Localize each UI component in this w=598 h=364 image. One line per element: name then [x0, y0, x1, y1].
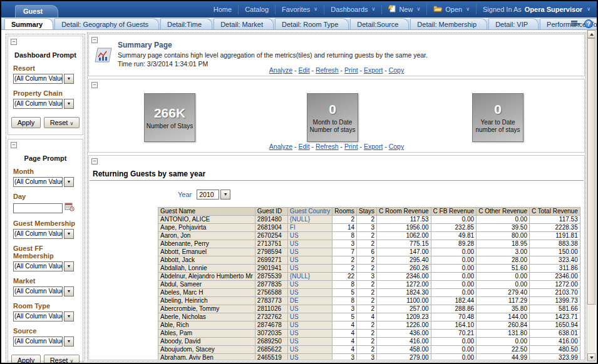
- cell-c-fb-revenue: 49.81: [431, 232, 477, 240]
- dashboard-tab-guest[interactable]: Guest: [15, 5, 58, 18]
- cell-c-other-revenue: 0.00: [477, 273, 530, 281]
- link-copy[interactable]: Copy: [389, 143, 405, 150]
- collapse-icon[interactable]: −: [11, 39, 17, 45]
- tab-summary[interactable]: Summary: [4, 18, 53, 29]
- column-header-stays[interactable]: Stays: [357, 208, 377, 216]
- table-row: Abdallah, Lonnie2901941US22260.260.0051.…: [158, 265, 580, 273]
- kpi-tile-number-of-stays[interactable]: 266KNumber of Stays: [144, 93, 195, 142]
- user-name[interactable]: Opera Supervisor: [525, 6, 582, 13]
- dropdown-arrow-icon[interactable]: ▼: [64, 177, 74, 187]
- cell-c-other-revenue: 131.80: [477, 330, 530, 338]
- dropdown-arrow-icon[interactable]: ▼: [64, 286, 74, 296]
- tab-detail-room-type[interactable]: Detail: Room Type: [275, 18, 349, 29]
- column-header-guest-country[interactable]: Guest Country: [287, 208, 332, 216]
- calendar-icon[interactable]: [64, 202, 75, 214]
- column-header-guest-name[interactable]: Guest Name: [158, 208, 255, 216]
- column-header-c-other-revenue[interactable]: C Other Revenue: [477, 208, 530, 216]
- tab-detail-time[interactable]: Detail:Time: [160, 18, 212, 29]
- tab-detail-geography-of-guests[interactable]: Detail: Geography of Guests: [54, 18, 159, 29]
- cell-c-room-revenue: 1226.00: [377, 321, 431, 330]
- prompt-label: Resort: [13, 64, 80, 72]
- link-export[interactable]: Export: [364, 66, 383, 74]
- link-analyze[interactable]: Analyze: [269, 143, 292, 150]
- tab-detail-vip[interactable]: Detail: VIP: [488, 18, 539, 29]
- resort-select[interactable]: (All Column Value: [13, 74, 63, 84]
- help-icon[interactable]: ?: [584, 19, 593, 28]
- chevron-down-icon: ∨: [70, 121, 73, 126]
- link-refresh[interactable]: Refresh: [316, 66, 339, 74]
- nav-item-catalog[interactable]: Catalog: [239, 4, 276, 14]
- column-header-c-fb-revenue[interactable]: C FB Revenue: [431, 208, 477, 216]
- top-banner: Guest HomeCatalogFavorites∨Dashboards∨Ne…: [1, 1, 597, 18]
- link-analyze[interactable]: Analyze: [269, 66, 292, 74]
- cell-c-fb-revenue: 0.00: [431, 216, 477, 224]
- link-edit[interactable]: Edit: [299, 66, 310, 74]
- apply-button[interactable]: Apply: [11, 355, 41, 364]
- dropdown-arrow-icon[interactable]: ▼: [64, 336, 74, 346]
- nav-item-favorites[interactable]: Favorites∨: [276, 4, 324, 14]
- dropdown-arrow-icon[interactable]: ▼: [64, 311, 74, 321]
- cell-guest-id: 2901941: [255, 265, 287, 273]
- year-select[interactable]: 2010: [197, 190, 219, 200]
- cell-c-fb-revenue: 0.00: [431, 281, 477, 289]
- link-copy[interactable]: Copy: [389, 66, 405, 74]
- tab-detail-membership[interactable]: Detail: Membership: [410, 18, 487, 29]
- cell-rooms: 22: [333, 273, 357, 281]
- year-select-arrow-icon[interactable]: ▼: [220, 190, 230, 200]
- nav-item-label: Dashboards: [331, 6, 368, 13]
- scroll-down-icon[interactable]: [587, 353, 595, 361]
- link-print[interactable]: Print: [344, 143, 358, 150]
- reset-button[interactable]: Reset ∨: [44, 355, 80, 364]
- cell-c-other-revenue: 279.40: [477, 289, 530, 297]
- column-header-rooms[interactable]: Rooms: [333, 208, 357, 216]
- scroll-up-icon[interactable]: [587, 30, 595, 38]
- guest-membership-select[interactable]: (All Column Value: [13, 229, 63, 239]
- cell-c-total-revenue: 2103.70: [529, 289, 580, 297]
- dropdown-arrow-icon[interactable]: ▼: [64, 99, 74, 109]
- cell-guest-name: Abeles, Marc H: [158, 289, 255, 297]
- reset-button[interactable]: Reset ∨: [44, 117, 80, 128]
- vertical-scrollbar[interactable]: [587, 30, 595, 361]
- link-print[interactable]: Print: [344, 66, 358, 74]
- tile-label: Number of Stays: [145, 123, 194, 130]
- dropdown-arrow-icon[interactable]: ▼: [64, 229, 74, 239]
- nav-item-new[interactable]: New∨: [382, 3, 427, 15]
- column-header-c-total-revenue[interactable]: C Total Revenue: [529, 208, 580, 216]
- nav-item-home[interactable]: Home: [207, 4, 239, 14]
- cell-c-total-revenue: 416.00: [529, 338, 580, 346]
- cell-stays: 3: [357, 273, 377, 281]
- cell-guest-name: Abraham, Aviv Ben: [158, 354, 255, 361]
- nav-item-open[interactable]: Open∨: [427, 4, 477, 14]
- month-select[interactable]: (All Column Value: [13, 177, 63, 187]
- apply-button[interactable]: Apply: [11, 117, 41, 128]
- cell-guest-country: DE: [287, 297, 332, 305]
- prompts-sidebar: − Dashboard Prompt Resort(All Column Val…: [6, 34, 85, 361]
- collapse-icon[interactable]: −: [11, 142, 17, 148]
- column-header-c-room-revenue[interactable]: C Room Revenue: [377, 208, 431, 216]
- table-row: Abbott, Emanuel2798594US76147.000.003.00…: [158, 248, 580, 256]
- page-options-icon[interactable]: [571, 20, 580, 28]
- column-header-guest-id[interactable]: Guest ID: [255, 208, 287, 216]
- kpi-tile-month-to-date-number-of-stays[interactable]: 0Month to Date Number of stays: [307, 93, 358, 142]
- link-export[interactable]: Export: [364, 143, 383, 150]
- cell-stays: 2: [357, 338, 377, 346]
- dropdown-arrow-icon[interactable]: ▼: [64, 261, 74, 271]
- link-edit[interactable]: Edit: [299, 143, 310, 150]
- day-input[interactable]: [13, 203, 63, 213]
- chevron-down-icon: ∨: [466, 6, 470, 12]
- cell-c-other-revenue: 35.80: [477, 305, 530, 313]
- guest-ff-membership-select[interactable]: (All Column Value: [13, 261, 63, 271]
- market-select[interactable]: (All Column Value: [13, 286, 63, 296]
- source-select[interactable]: (All Column Value: [13, 336, 63, 346]
- property-chain-select[interactable]: (All Column Value: [13, 99, 63, 109]
- scrollbar-thumb[interactable]: [587, 38, 595, 305]
- kpi-tile-year-to-date-number-of-stays[interactable]: 0Year to Date number of stays: [472, 93, 523, 142]
- collapse-icon[interactable]: −: [91, 82, 98, 88]
- nav-item-dashboards[interactable]: Dashboards∨: [324, 4, 382, 14]
- collapse-icon[interactable]: −: [91, 158, 98, 164]
- dropdown-arrow-icon[interactable]: ▼: [64, 74, 74, 84]
- tab-detail-source[interactable]: Detail:Source: [350, 18, 409, 29]
- link-refresh[interactable]: Refresh: [316, 143, 339, 150]
- room-type-select[interactable]: (All Column Value: [13, 311, 63, 321]
- tab-detail-market[interactable]: Detail: Market: [214, 18, 274, 29]
